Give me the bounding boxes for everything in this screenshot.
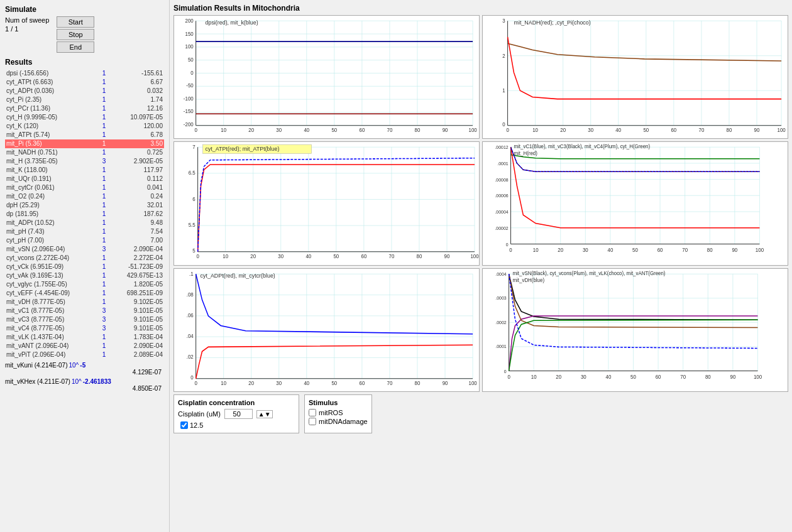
- table-row: cyt_pH (7.00) 1 7.00: [5, 236, 164, 245]
- svg-text:20: 20: [250, 254, 256, 259]
- svg-text:.00008: .00008: [495, 178, 508, 182]
- svg-text:6: 6: [192, 197, 195, 202]
- mitros-checkbox[interactable]: [309, 409, 316, 416]
- result-sweep: 1: [98, 280, 109, 289]
- cisplatin-spinner[interactable]: ▲▼: [256, 410, 273, 418]
- result-value: -155.61: [109, 69, 164, 78]
- table-row: mit_cytCr (0.061) 1 0.041: [5, 183, 164, 192]
- result-name: cyt_H (9.999E-05): [5, 113, 98, 122]
- svg-text:20: 20: [558, 247, 563, 253]
- svg-text:.00006: .00006: [495, 194, 508, 198]
- result-sweep: 1: [98, 113, 109, 122]
- table-row: cyt_vCk (6.951E-09) 1 -51.723E-09: [5, 263, 164, 271]
- mitdnadamage-checkbox[interactable]: [309, 418, 316, 425]
- result-value: 429.675E-13: [109, 271, 164, 280]
- svg-text:.0004: .0004: [495, 272, 506, 276]
- svg-text:0: 0: [190, 374, 194, 380]
- svg-text:90: 90: [444, 254, 450, 259]
- svg-text:dpsi(red), mit_k(blue): dpsi(red), mit_k(blue): [205, 19, 258, 26]
- svg-text:30: 30: [588, 128, 593, 133]
- result-value: 187.62: [109, 210, 164, 219]
- result-value: 2.902E-05: [109, 157, 164, 166]
- svg-text:60: 60: [656, 374, 661, 379]
- stop-button[interactable]: Stop: [57, 29, 94, 40]
- svg-text:100: 100: [470, 254, 479, 259]
- result-value: 2.090E-04: [109, 342, 164, 350]
- svg-text:60: 60: [671, 128, 676, 133]
- result-name: mit_Pi (5.36): [5, 139, 98, 148]
- table-row: mit_ATPt (5.74) 1 6.78: [5, 131, 164, 139]
- end-button[interactable]: End: [57, 41, 94, 53]
- result-sweep: 1: [98, 78, 109, 87]
- result-value: 0.041: [109, 183, 164, 192]
- svg-text:.00012: .00012: [495, 146, 508, 150]
- result-value: 1.820E-05: [109, 280, 164, 289]
- result-value: 9.101E-05: [109, 315, 164, 324]
- result-name: dpsi (-156.656): [5, 69, 98, 78]
- svg-text:20: 20: [556, 374, 561, 379]
- svg-rect-156: [174, 269, 479, 391]
- stimulus-mitros-row: mitROS: [309, 409, 368, 416]
- svg-text:10: 10: [223, 254, 228, 259]
- result-value: 6.78: [109, 131, 164, 139]
- svg-text:mit_vDH(blue): mit_vDH(blue): [513, 277, 545, 283]
- svg-text:80: 80: [415, 381, 421, 386]
- svg-text:80: 80: [705, 374, 711, 379]
- table-row: cyt_K (120) 1 120.00: [5, 122, 164, 131]
- svg-text:30: 30: [276, 128, 282, 133]
- special-row-1: mit_vKuni (4.214E-07) 10^ -5 4.129E-07: [5, 362, 164, 376]
- result-sweep: 1: [98, 139, 109, 148]
- result-value: 9.101E-05: [109, 307, 164, 315]
- svg-text:.0002: .0002: [495, 320, 506, 325]
- svg-text:80: 80: [727, 128, 732, 133]
- result-value: 6.67: [109, 78, 164, 87]
- svg-text:30: 30: [276, 381, 282, 386]
- svg-text:.0003: .0003: [495, 296, 506, 300]
- svg-text:0: 0: [196, 254, 199, 259]
- svg-text:0: 0: [504, 369, 507, 373]
- table-row: mit_vLK (1.437E-04) 1 1.783E-04: [5, 333, 164, 342]
- stimulus-box: Stimulus mitROS mitDNAdamage: [304, 394, 372, 433]
- result-sweep: 1: [98, 95, 109, 104]
- svg-text:70: 70: [682, 247, 688, 253]
- svg-text:.04: .04: [187, 334, 194, 339]
- result-name: cyt_PCr (11.36): [5, 104, 98, 113]
- result-name: mit_NADH (0.751): [5, 148, 98, 157]
- result-sweep: 1: [98, 175, 109, 183]
- cisplatin-value-input[interactable]: [224, 409, 253, 419]
- result-sweep: 3: [98, 307, 109, 315]
- result-name: cyt_pH (7.00): [5, 236, 98, 245]
- table-row: mit_vC3 (8.777E-05) 3 9.101E-05: [5, 315, 164, 324]
- result-value: 7.00: [109, 236, 164, 245]
- svg-text:1: 1: [502, 88, 505, 94]
- result-sweep: 1: [98, 183, 109, 192]
- svg-rect-44: [483, 16, 788, 138]
- svg-text:0: 0: [506, 242, 509, 247]
- svg-text:100: 100: [778, 128, 786, 133]
- chart-adpt: .1 .08 .06 .04 .02 0 0 10 20 30 40 50 60: [173, 268, 480, 392]
- table-row: mit_O2 (0.24) 1 0.24: [5, 192, 164, 201]
- svg-text:70: 70: [680, 374, 686, 379]
- svg-text:mit_NADH(red); ,cyt_Pi(choco): mit_NADH(red); ,cyt_Pi(choco): [514, 19, 590, 26]
- svg-text:90: 90: [732, 247, 737, 253]
- right-panel-title: Simulation Results in Mitochondria: [173, 4, 788, 13]
- result-value: 10.097E-05: [109, 113, 164, 122]
- start-button[interactable]: Start: [57, 16, 94, 28]
- svg-text:0: 0: [190, 70, 194, 75]
- svg-text:80: 80: [415, 128, 421, 133]
- result-name: mit_vC4 (8.777E-05): [5, 324, 98, 333]
- svg-text:mit_H(red): mit_H(red): [514, 151, 537, 156]
- table-row: cyt_ADPt (0.036) 1 0.032: [5, 87, 164, 95]
- svg-text:cyt_ADPt(red), mit_cytcr(blue): cyt_ADPt(red), mit_cytcr(blue): [201, 273, 275, 279]
- result-sweep: 1: [98, 342, 109, 350]
- svg-text:.06: .06: [187, 313, 194, 318]
- cisplatin-checkbox[interactable]: [180, 421, 188, 429]
- result-value: 9.48: [109, 219, 164, 227]
- result-sweep: 1: [98, 333, 109, 342]
- results-title: Results: [5, 58, 164, 67]
- table-row: mit_Pi (5.36) 1 3.50: [5, 139, 164, 148]
- svg-text:.00004: .00004: [495, 210, 508, 214]
- table-row: mit_vC1 (8.777E-05) 3 9.101E-05: [5, 307, 164, 315]
- table-row: mit_vC4 (8.777E-05) 3 9.101E-05: [5, 324, 164, 333]
- result-sweep: 1: [98, 201, 109, 210]
